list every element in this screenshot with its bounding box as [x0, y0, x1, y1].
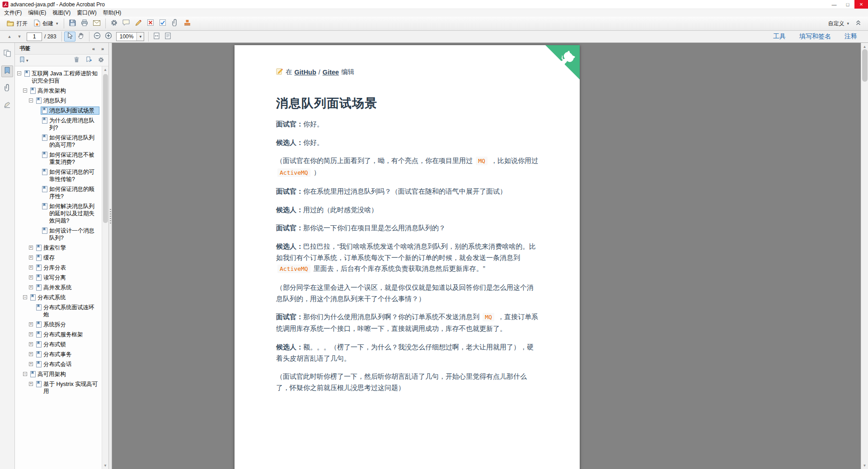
create-button[interactable]: 创建 ▾	[31, 18, 61, 29]
bookmark-link[interactable]: 分布式事务	[35, 350, 99, 358]
collapse-minus-icon[interactable]: −	[17, 71, 21, 75]
menu-view[interactable]: 视图(V)	[49, 9, 74, 17]
scroll-down-icon[interactable]: ▼	[102, 462, 108, 469]
comment-button[interactable]	[120, 18, 132, 29]
expand-plus-icon[interactable]: +	[29, 275, 33, 279]
github-link[interactable]: GitHub	[295, 69, 316, 76]
bookmark-link[interactable]: 分布式会话	[35, 360, 99, 368]
fit-page-button[interactable]	[151, 32, 162, 42]
bookmark-link[interactable]: 如何保证消息的可靠性传输?	[41, 168, 99, 183]
menu-edit[interactable]: 编辑(E)	[25, 9, 49, 17]
document-scrollbar[interactable]: ▲ ▼	[861, 43, 868, 469]
attach-button[interactable]	[169, 18, 181, 29]
next-page-button[interactable]: ▼	[14, 32, 24, 41]
expand-plus-icon[interactable]: +	[29, 322, 33, 326]
bookmark-link[interactable]: 搜索引擎	[35, 244, 99, 252]
close-button[interactable]: ×	[854, 0, 868, 9]
comment-pane-button[interactable]: 注释	[845, 33, 857, 41]
expand-plus-icon[interactable]: +	[29, 246, 33, 250]
page-thumbnails-button[interactable]	[1, 48, 13, 60]
stamp-button[interactable]	[181, 18, 193, 29]
bookmark-link[interactable]: 如何设计一个消息队列?	[41, 227, 99, 242]
panel-splitter[interactable]	[109, 43, 112, 469]
delete-bookmark-button[interactable]	[72, 56, 81, 65]
sign-button[interactable]	[132, 18, 145, 29]
bookmark-link[interactable]: 分布式系统	[29, 293, 99, 302]
customize-button[interactable]: 自定义 ▾	[825, 19, 852, 29]
markup-cross-button[interactable]	[145, 18, 157, 29]
bookmark-link[interactable]: 分布式服务框架	[35, 330, 99, 339]
menu-help[interactable]: 帮助(H)	[100, 9, 125, 17]
bookmarks-scrollbar[interactable]: ▲ ▼	[102, 66, 108, 469]
gitee-link[interactable]: Gitee	[323, 69, 339, 76]
expand-plus-icon[interactable]: +	[29, 382, 33, 386]
email-button[interactable]	[91, 18, 103, 29]
scroll-down-icon[interactable]: ▼	[861, 462, 868, 469]
bookmarks-scroll-thumb[interactable]	[103, 74, 108, 223]
approve-check-button[interactable]	[157, 18, 169, 29]
collapse-minus-icon[interactable]: −	[29, 98, 33, 102]
collapse-minus-icon[interactable]: −	[23, 88, 27, 93]
scroll-up-icon[interactable]: ▲	[102, 66, 108, 73]
document-scroll-thumb[interactable]	[862, 49, 868, 82]
splitter-grip[interactable]	[110, 209, 111, 224]
attachments-panel-button[interactable]	[1, 83, 13, 94]
menu-window[interactable]: 窗口(W)	[74, 9, 99, 17]
expand-plus-icon[interactable]: +	[29, 362, 33, 366]
collapse-panel-button[interactable]: «	[89, 45, 98, 53]
previous-page-button[interactable]: ▲	[5, 32, 14, 41]
expand-panel-button[interactable]: »	[99, 45, 107, 53]
print-button[interactable]	[79, 18, 91, 29]
expand-plus-icon[interactable]: +	[29, 285, 33, 289]
settings-button[interactable]	[108, 18, 120, 29]
expand-plus-icon[interactable]: +	[29, 352, 33, 356]
open-button[interactable]: 打开	[4, 19, 31, 29]
bookmark-link[interactable]: 读写分离	[35, 274, 99, 282]
fill-sign-pane-button[interactable]: 填写和签名	[799, 33, 831, 41]
new-bookmark-button[interactable]	[84, 56, 93, 65]
expand-plus-icon[interactable]: +	[29, 342, 33, 346]
hand-tool-button[interactable]	[75, 32, 87, 42]
bookmark-link[interactable]: 高并发系统	[35, 283, 99, 292]
caret-down-icon[interactable]: ▾	[136, 33, 144, 41]
bookmark-link[interactable]: 分布式系统面试连环炮	[35, 303, 99, 319]
bookmarks-panel-button[interactable]	[1, 65, 13, 77]
expand-plus-icon[interactable]: +	[29, 332, 33, 336]
collapse-minus-icon[interactable]: −	[23, 295, 27, 299]
zoom-level-dropdown[interactable]: 100% ▾	[116, 32, 145, 41]
bookmark-link[interactable]: 如何解决消息队列的延时以及过期失效问题?	[41, 202, 99, 225]
save-button[interactable]	[66, 18, 79, 29]
bookmark-link[interactable]: 消息队列面试场景	[41, 107, 99, 115]
bookmark-link[interactable]: 缓存	[35, 254, 99, 262]
bookmark-link[interactable]: 系统拆分	[35, 320, 99, 329]
bookmark-link[interactable]: 如何保证消息的顺序性?	[41, 185, 99, 200]
bookmark-link[interactable]: 为什么使用消息队列?	[41, 116, 99, 132]
menu-file[interactable]: 文件(F)	[1, 9, 25, 17]
bookmark-link[interactable]: 互联网 Java 工程师进阶知识完全扫盲	[23, 70, 99, 85]
bookmark-link[interactable]: 如何保证消息不被重复消费?	[41, 151, 99, 166]
bookmark-link[interactable]: 如何保证消息队列的高可用?	[41, 134, 99, 149]
maximize-button[interactable]: □	[841, 0, 854, 9]
minimize-button[interactable]: —	[827, 0, 841, 9]
bookmark-link[interactable]: 高可用架构	[29, 370, 99, 378]
bookmark-link[interactable]: 分库分表	[35, 264, 99, 272]
github-corner-ribbon[interactable]	[545, 45, 580, 79]
signatures-panel-button[interactable]	[1, 100, 13, 111]
toggle-toolbar-button[interactable]	[852, 18, 864, 29]
inline-code: MQ	[476, 157, 488, 165]
bookmark-link[interactable]: 高并发架构	[29, 87, 99, 95]
bookmark-link[interactable]: 分布式锁	[35, 340, 99, 348]
collapse-minus-icon[interactable]: −	[23, 372, 27, 376]
expand-plus-icon[interactable]: +	[29, 265, 33, 269]
select-tool-button[interactable]	[64, 32, 75, 42]
expand-plus-icon[interactable]: +	[29, 255, 33, 260]
bookmark-options-button[interactable]: ▾	[18, 56, 30, 65]
page-number-input[interactable]	[27, 33, 42, 41]
bookmark-link[interactable]: 消息队列	[35, 97, 99, 105]
zoom-in-button[interactable]	[103, 32, 114, 42]
bookmark-settings-button[interactable]	[97, 56, 105, 65]
bookmark-link[interactable]: 基于 Hystrix 实现高可用	[35, 380, 99, 395]
tools-pane-button[interactable]: 工具	[773, 33, 786, 41]
fit-width-button[interactable]	[162, 32, 174, 42]
zoom-out-button[interactable]	[92, 32, 103, 42]
